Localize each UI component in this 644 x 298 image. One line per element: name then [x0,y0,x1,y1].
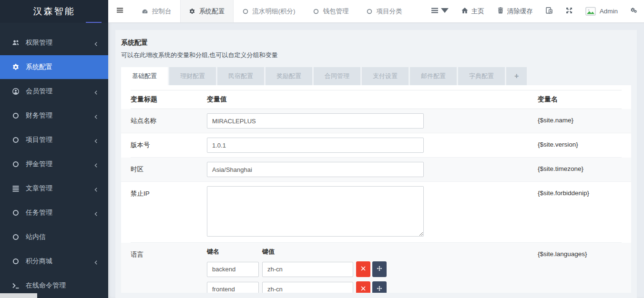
user-menu[interactable]: Admin [579,0,624,22]
status-link-preview [0,293,37,298]
row-varname: {$site.forbiddenip} [538,186,622,238]
topnav-tab-label: 钱包管理 [323,7,349,16]
chevron-left-icon [93,40,99,46]
move-icon [377,266,382,273]
config-tab[interactable]: 奖励配置 [266,67,312,85]
dashboard-icon [142,8,149,15]
chevron-left-icon [93,259,99,264]
value-input[interactable] [207,138,424,153]
user-circle-icon [11,88,20,96]
topnav-tab-label: 流水明细(积分) [253,7,296,16]
value-input[interactable] [262,262,353,277]
circle-icon [11,258,20,266]
value-textarea[interactable] [207,186,424,237]
config-tab[interactable]: 基础配置 [121,67,168,85]
avatar [585,6,596,17]
circle-icon [11,233,20,241]
circle-icon [11,112,20,120]
column-header-name: 变量名 [538,95,622,104]
circle-icon [366,8,373,15]
sidebar-item[interactable]: 站内信 [0,225,108,249]
gear-icon [189,8,196,15]
chevron-left-icon [93,138,99,143]
add-tab-button[interactable]: + [506,67,527,85]
language-switch-button[interactable] [539,0,559,22]
config-tab[interactable]: 合同管理 [314,67,360,85]
config-tab[interactable]: 理财配置 [169,67,216,85]
config-tabs: 基础配置理财配置民宿配置奖励配置合同管理支付设置邮件配置字典配置+ [121,67,631,85]
row-value-cell [207,113,538,129]
row-title: 语言 [131,247,207,293]
topnav-tab[interactable]: 系统配置 [180,0,234,22]
sidebar: 汉森智能 权限管理系统配置会员管理财务管理项目管理押金管理文章管理任务管理站内信… [0,0,108,298]
config-tab[interactable]: 民宿配置 [217,67,264,85]
clear-cache-label: 清除缓存 [507,7,533,16]
close-icon [360,266,366,273]
sidebar-item-label: 系统配置 [26,63,99,71]
list-icon [431,7,439,16]
caret-down-icon [441,7,449,16]
sidebar-item[interactable]: 项目管理 [0,128,108,152]
username: Admin [600,8,618,15]
circle-icon [11,136,20,144]
sidebar-item-label: 积分商城 [26,257,93,266]
circle-icon [313,8,320,15]
move-button[interactable] [372,261,387,277]
kv-row [207,281,538,293]
tab-list-dropdown[interactable] [425,0,455,22]
config-table: 变量标题 变量值 变量名 站点名称{$site.name}版本号{$site.v… [121,85,631,293]
chevron-left-icon [93,186,99,191]
table-row: 版本号{$site.version} [131,133,622,158]
value-input[interactable] [207,162,424,177]
sidebar-item-label: 会员管理 [26,87,93,96]
key-input[interactable] [207,262,259,277]
clear-cache-button[interactable]: 清除缓存 [491,0,539,22]
chevron-left-icon [93,113,99,119]
column-header-value: 变量值 [207,95,538,104]
navbar-right: 主页 清除缓存 Admin [425,0,644,22]
sidebar-item[interactable]: 系统配置 [0,55,108,79]
sidebar-item[interactable]: 任务管理 [0,201,108,225]
topnav-tab[interactable]: 流水明细(积分) [234,0,304,22]
topnav-tab[interactable]: 项目分类 [358,0,411,22]
key-input[interactable] [207,282,259,293]
config-tab[interactable]: 邮件配置 [410,67,457,85]
row-title: 站点名称 [131,113,207,129]
row-value-cell [207,138,538,153]
config-tab[interactable]: 支付设置 [362,67,409,85]
config-tab[interactable]: 字典配置 [458,67,505,85]
table-row: 语言键名键值{$site.languages} [121,243,631,293]
topnav-tab[interactable]: 控制台 [133,0,180,22]
sidebar-item[interactable]: 权限管理 [0,31,108,55]
fullscreen-icon [565,7,573,16]
topnav-tab[interactable]: 钱包管理 [304,0,358,22]
row-varname: {$site.timezone} [538,162,622,177]
topnav-tab-label: 控制台 [152,7,172,16]
logo[interactable]: 汉森智能 [0,0,108,23]
sidebar-item[interactable]: 文章管理 [0,177,108,200]
language-icon [545,7,553,16]
settings-button[interactable] [624,0,644,22]
topnav-tab-label: 系统配置 [199,7,225,16]
value-input[interactable] [262,282,353,293]
main-content: 系统配置 可以在此增改系统的变量和分组,也可以自定义分组和变量 基础配置理财配置… [108,23,644,298]
sidebar-toggle-button[interactable] [108,0,131,22]
fullscreen-button[interactable] [559,0,579,22]
delete-button[interactable] [356,281,370,293]
chevron-left-icon [93,210,99,216]
delete-button[interactable] [356,261,370,277]
sidebar-item[interactable]: 会员管理 [0,79,108,103]
move-button[interactable] [372,281,387,293]
sidebar-item-label: 权限管理 [26,39,93,47]
gear-icon [11,63,20,71]
value-input[interactable] [207,113,424,129]
row-title: 版本号 [131,138,207,153]
sidebar-item[interactable]: 押金管理 [0,152,108,176]
sidebar-item-label: 文章管理 [26,184,93,193]
sidebar-item-label: 任务管理 [26,209,93,217]
cogs-icon [630,7,638,16]
sidebar-item[interactable]: 财务管理 [0,104,108,128]
sidebar-item[interactable]: 积分商城 [0,249,108,273]
row-varname: {$site.version} [538,138,622,153]
home-button[interactable]: 主页 [455,0,491,22]
